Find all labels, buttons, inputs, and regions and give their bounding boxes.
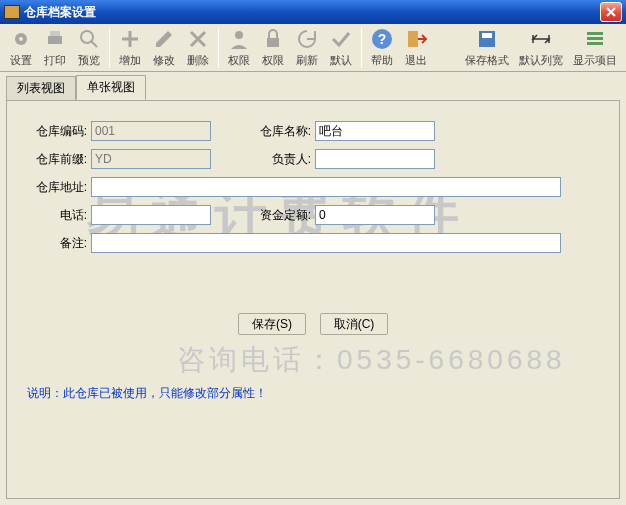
close-button[interactable] bbox=[600, 2, 622, 22]
cancel-button[interactable]: 取消(C) bbox=[320, 313, 388, 335]
exit-button[interactable]: 退出 bbox=[399, 26, 433, 70]
remark-input[interactable] bbox=[91, 233, 561, 253]
toolbar: 设置 打印 预览 增加 修改 删除 权限 权限 刷新 默认 ?帮助 退出 保存格… bbox=[0, 24, 626, 72]
default-width-button[interactable]: 默认列宽 bbox=[514, 26, 568, 70]
svg-point-1 bbox=[19, 37, 23, 41]
svg-rect-3 bbox=[50, 31, 60, 36]
prefix-input bbox=[91, 149, 211, 169]
workspace: 列表视图 单张视图 易通计费软件 咨询电话：0535-6680688 仓库编码:… bbox=[0, 72, 626, 505]
save-format-icon bbox=[475, 27, 499, 51]
list-icon bbox=[583, 27, 607, 51]
svg-rect-2 bbox=[48, 36, 62, 44]
delete-button[interactable]: 删除 bbox=[181, 26, 215, 70]
quota-input[interactable] bbox=[315, 205, 435, 225]
plus-icon bbox=[118, 27, 142, 51]
window-title: 仓库档案设置 bbox=[24, 4, 600, 21]
titlebar: 仓库档案设置 bbox=[0, 0, 626, 24]
svg-rect-6 bbox=[267, 38, 279, 47]
preview-icon bbox=[77, 27, 101, 51]
add-button[interactable]: 增加 bbox=[113, 26, 147, 70]
exit-icon bbox=[404, 27, 428, 51]
svg-rect-11 bbox=[482, 33, 492, 38]
help-icon: ? bbox=[370, 27, 394, 51]
modify-button[interactable]: 修改 bbox=[147, 26, 181, 70]
check-icon bbox=[329, 27, 353, 51]
person-label: 负责人: bbox=[251, 151, 311, 168]
printer-icon bbox=[43, 27, 67, 51]
refresh-icon bbox=[295, 27, 319, 51]
address-label: 仓库地址: bbox=[27, 179, 87, 196]
show-items-button[interactable]: 显示项目 bbox=[568, 26, 622, 70]
refresh-button[interactable]: 刷新 bbox=[290, 26, 324, 70]
settings-button[interactable]: 设置 bbox=[4, 26, 38, 70]
code-input bbox=[91, 121, 211, 141]
remark-label: 备注: bbox=[27, 235, 87, 252]
address-input[interactable] bbox=[91, 177, 561, 197]
tab-single-view[interactable]: 单张视图 bbox=[76, 75, 146, 100]
pencil-icon bbox=[152, 27, 176, 51]
name-input[interactable] bbox=[315, 121, 435, 141]
perm2-button[interactable]: 权限 bbox=[256, 26, 290, 70]
quota-label: 资金定额: bbox=[251, 207, 311, 224]
note-text: 说明：此仓库已被使用，只能修改部分属性！ bbox=[27, 385, 599, 402]
code-label: 仓库编码: bbox=[27, 123, 87, 140]
tab-panel: 易通计费软件 咨询电话：0535-6680688 仓库编码: 仓库名称: 仓库前… bbox=[6, 100, 620, 499]
column-width-icon bbox=[529, 27, 553, 51]
person-input[interactable] bbox=[315, 149, 435, 169]
close-icon bbox=[606, 7, 616, 17]
save-button[interactable]: 保存(S) bbox=[238, 313, 306, 335]
preview-button[interactable]: 预览 bbox=[72, 26, 106, 70]
print-button[interactable]: 打印 bbox=[38, 26, 72, 70]
default-button[interactable]: 默认 bbox=[324, 26, 358, 70]
lock-icon bbox=[261, 27, 285, 51]
name-label: 仓库名称: bbox=[251, 123, 311, 140]
svg-text:?: ? bbox=[378, 31, 387, 47]
save-format-button[interactable]: 保存格式 bbox=[460, 26, 514, 70]
svg-rect-13 bbox=[587, 37, 603, 40]
svg-rect-12 bbox=[587, 32, 603, 35]
svg-rect-9 bbox=[408, 31, 418, 47]
svg-point-5 bbox=[235, 31, 243, 39]
svg-rect-14 bbox=[587, 42, 603, 45]
gear-icon bbox=[9, 27, 33, 51]
tab-bar: 列表视图 单张视图 bbox=[6, 78, 620, 100]
phone-label: 电话: bbox=[27, 207, 87, 224]
app-icon bbox=[4, 5, 20, 19]
help-button[interactable]: ?帮助 bbox=[365, 26, 399, 70]
tab-list-view[interactable]: 列表视图 bbox=[6, 76, 76, 101]
prefix-label: 仓库前缀: bbox=[27, 151, 87, 168]
user-icon bbox=[227, 27, 251, 51]
perm1-button[interactable]: 权限 bbox=[222, 26, 256, 70]
phone-input[interactable] bbox=[91, 205, 211, 225]
x-icon bbox=[186, 27, 210, 51]
